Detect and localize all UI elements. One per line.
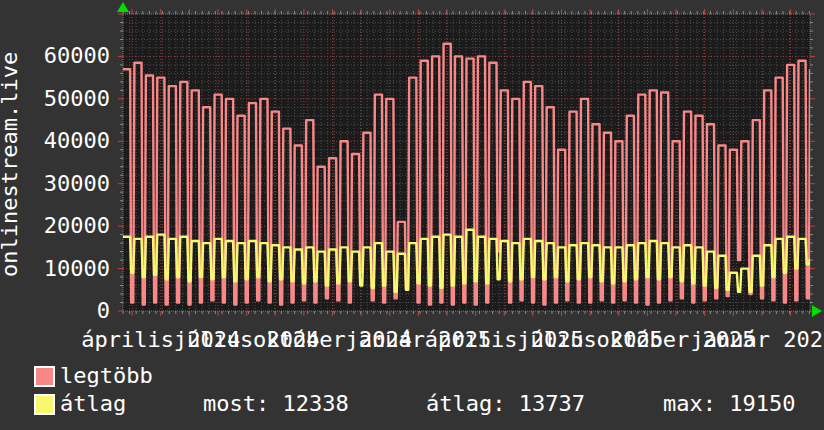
stat-max-label: max:	[663, 391, 716, 416]
stat-max: max: 19150	[663, 393, 795, 415]
legend-label-atlag: átlag	[60, 393, 126, 415]
stat-max-value: 19150	[729, 391, 795, 416]
stat-atlag: átlag: 13737	[426, 393, 585, 415]
stat-most: most: 12338	[203, 393, 349, 415]
x-tick-label: január 2026	[690, 329, 824, 351]
legend-swatch-legtobb	[34, 366, 55, 387]
legend-label-legtobb: legtöbb	[60, 365, 153, 387]
stat-most-value: 12338	[282, 391, 348, 416]
legend-swatch-atlag	[34, 394, 55, 415]
stat-most-label: most:	[203, 391, 269, 416]
graph-image: onlinestream.live 0100002000030000400005…	[0, 0, 824, 430]
stat-atlag-label: átlag:	[426, 391, 505, 416]
stat-atlag-value: 13737	[519, 391, 585, 416]
